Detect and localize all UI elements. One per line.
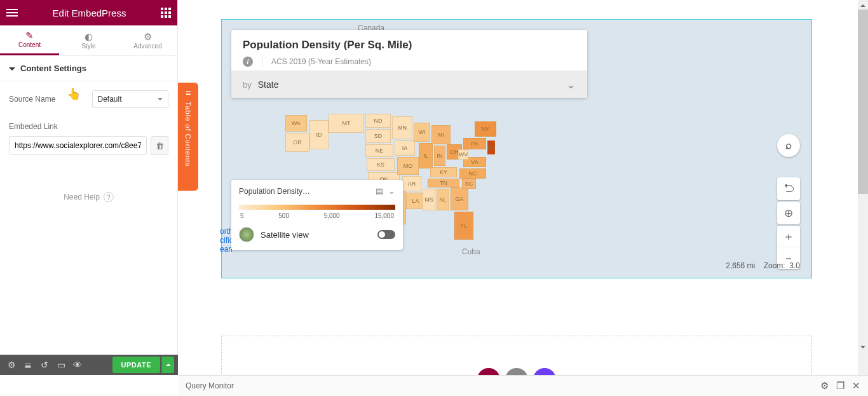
need-help-label: Need Help [64,193,100,201]
by-label: by [243,80,252,90]
editor-canvas: Canada Cuba orth cific ean WA OR ID MT N… [178,0,858,375]
page-scrollbar[interactable] [858,0,868,375]
map-share-button[interactable]: ⮌ [777,177,800,200]
legend-title: Population Density… [239,187,370,196]
state-tn: TN [428,179,459,188]
panel-title: Edit EmbedPress [53,8,126,18]
state-mi: MI [431,125,451,144]
map-title: Population Density (Per Sq. Mile) [243,39,576,51]
navigator-icon[interactable]: ≣ [20,357,36,372]
embed-link-input[interactable] [9,136,147,155]
by-value: State [258,79,279,90]
locate-icon: ⊕ [784,207,793,220]
bottom-status-bar: Query Monitor ⚙ ❐ ✕ [178,375,868,396]
clear-embed-button[interactable]: 🗑 [151,136,168,155]
update-dropdown-button[interactable] [161,357,174,373]
state-il: IL [419,143,433,168]
state-ms: MS [423,189,435,210]
section-title-label: Content Settings [20,64,86,73]
state-ky: KY [430,167,457,177]
source-name-label: Source Name [9,95,86,104]
map-search-button[interactable]: ⌕ [777,134,800,157]
tab-content[interactable]: ✎ Content [0,25,59,55]
add-template-button[interactable]: ▣ [505,368,528,375]
state-mt: MT [329,114,364,133]
state-in: IN [434,146,445,166]
table-of-contents-tab[interactable]: ≡ Table of Contents [178,83,198,191]
state-wv: WV [458,149,468,160]
source-name-select[interactable]: Default [92,90,169,108]
zoom-in-button[interactable]: ＋ [777,226,800,247]
state-nc: NC [459,168,486,179]
list-icon: ≡ [186,88,191,98]
state-wi: WI [414,123,430,142]
state-id: ID [309,120,329,149]
close-status-icon[interactable]: ✕ [852,380,860,392]
elementor-sidebar: Edit EmbedPress ✎ Content ◐ Style ⚙ Adva… [0,0,178,375]
map-info-card: Population Density (Per Sq. Mile) i ACS … [231,30,587,98]
map-source-label: ACS 2019 (5-Year Estimates) [271,57,371,66]
add-section-placeholder[interactable]: ＋ ▣ ☁ [221,336,812,375]
map-legend-card: Population Density… ▤ ⌄ 5 500 5,000 15,0… [231,180,403,250]
state-nj: NJ [487,140,495,154]
state-nd: ND [365,114,391,128]
legend-list-icon[interactable]: ▤ [376,186,383,196]
state-ks: KS [367,158,395,171]
scroll-up-icon[interactable] [858,0,868,9]
state-sd: SD [365,129,391,143]
state-ia: IA [395,140,415,156]
tab-style[interactable]: ◐ Style [59,25,118,55]
gear-icon: ⚙ [144,32,152,41]
restore-window-icon[interactable]: ❐ [836,380,844,392]
toc-label: Table of Contents [184,102,192,167]
state-mo: MO [397,157,419,175]
satellite-thumb-icon [239,227,254,242]
caret-down-icon [9,67,15,74]
settings-icon[interactable]: ⚙ [4,357,19,372]
responsive-icon[interactable]: ▭ [53,357,69,372]
trash-icon: 🗑 [156,141,164,151]
state-or: OR [285,133,309,152]
embed-widget-selected[interactable]: Canada Cuba orth cific ean WA OR ID MT N… [221,19,812,278]
map-locate-button[interactable]: ⊕ [777,201,800,224]
sidebar-header: Edit EmbedPress [0,0,177,25]
preview-icon[interactable]: 👁 [70,357,85,372]
state-al: AL [437,189,449,210]
info-icon[interactable]: i [243,57,253,67]
contrast-icon: ◐ [85,32,93,41]
tab-advanced[interactable]: ⚙ Advanced [118,25,177,55]
state-pa: PA [463,138,486,149]
share-icon: ⮌ [783,182,794,195]
panel-tabs: ✎ Content ◐ Style ⚙ Advanced [0,25,177,56]
search-icon: ⌕ [785,139,792,152]
need-help-link[interactable]: Need Help ? [0,192,177,202]
map-by-selector[interactable]: by State ⌄ [231,71,587,98]
hamburger-menu-icon[interactable] [6,9,18,17]
scroll-thumb[interactable] [858,10,868,194]
scroll-down-icon[interactable] [858,344,868,353]
question-icon: ? [104,192,114,202]
content-settings-section[interactable]: Content Settings [0,56,177,81]
state-ar: AR [402,176,421,191]
embed-link-label: Embeded Link [9,122,168,131]
query-monitor-label[interactable]: Query Monitor [186,381,234,390]
satellite-toggle[interactable] [377,230,395,239]
state-fl: FL [454,212,473,240]
history-icon[interactable]: ↺ [37,357,52,372]
add-section-button[interactable]: ＋ [477,368,500,375]
state-ne: NE [365,144,393,157]
legend-gradient [239,205,395,210]
state-wa: WA [285,115,307,132]
pencil-icon: ✎ [25,31,34,40]
chevron-down-icon: ⌄ [566,78,576,92]
apps-grid-icon[interactable] [161,8,171,18]
state-ga: GA [451,188,468,210]
settings-status-icon[interactable]: ⚙ [820,380,829,392]
map-scale-info: 2,656 mi Zoom: 3.0 [726,261,800,270]
satellite-label: Satellite view [261,230,371,240]
legend-collapse-icon[interactable]: ⌄ [388,186,395,196]
add-global-button[interactable]: ☁ [533,368,556,375]
divider [262,57,262,67]
state-ny: NY [475,121,496,137]
update-button[interactable]: UPDATE [112,357,160,373]
